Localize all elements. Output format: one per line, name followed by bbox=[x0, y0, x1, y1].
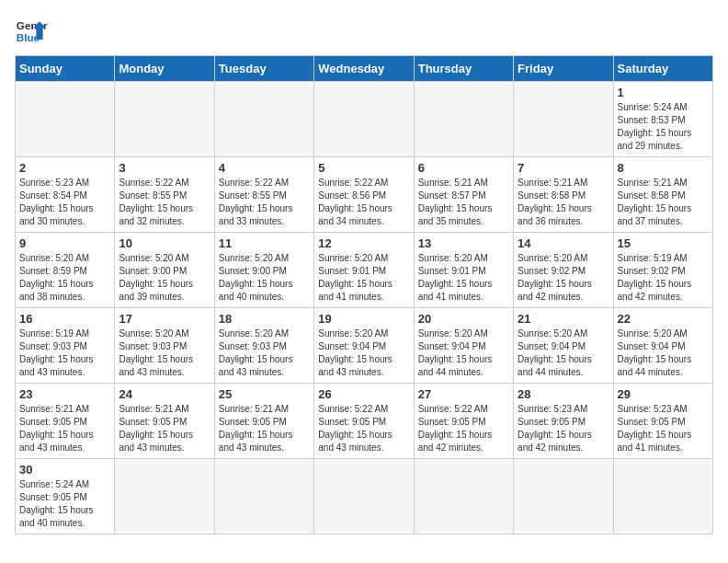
calendar-cell bbox=[314, 82, 414, 157]
day-number: 6 bbox=[418, 161, 509, 175]
day-number: 19 bbox=[318, 312, 409, 326]
calendar-cell bbox=[414, 459, 513, 534]
calendar-week-row: 2Sunrise: 5:23 AMSunset: 8:54 PMDaylight… bbox=[16, 157, 713, 233]
day-number: 22 bbox=[618, 312, 709, 326]
day-info: Sunrise: 5:20 AMSunset: 9:04 PMDaylight:… bbox=[318, 327, 409, 379]
calendar-cell: 1Sunrise: 5:24 AMSunset: 8:53 PMDaylight… bbox=[613, 82, 712, 157]
day-info: Sunrise: 5:23 AMSunset: 8:54 PMDaylight:… bbox=[19, 177, 110, 228]
weekday-header-friday: Friday bbox=[514, 56, 613, 82]
calendar-cell: 29Sunrise: 5:23 AMSunset: 9:05 PMDayligh… bbox=[613, 384, 712, 459]
day-info: Sunrise: 5:20 AMSunset: 9:01 PMDaylight:… bbox=[418, 252, 509, 304]
day-info: Sunrise: 5:19 AMSunset: 9:02 PMDaylight:… bbox=[618, 252, 709, 304]
weekday-header-sunday: Sunday bbox=[16, 56, 115, 82]
day-info: Sunrise: 5:22 AMSunset: 8:55 PMDaylight:… bbox=[119, 177, 210, 228]
calendar-cell bbox=[514, 82, 613, 157]
calendar-cell: 5Sunrise: 5:22 AMSunset: 8:56 PMDaylight… bbox=[314, 157, 414, 233]
day-number: 7 bbox=[518, 161, 609, 175]
calendar-cell bbox=[214, 82, 313, 157]
calendar-cell: 17Sunrise: 5:20 AMSunset: 9:03 PMDayligh… bbox=[115, 308, 214, 384]
day-info: Sunrise: 5:21 AMSunset: 9:05 PMDaylight:… bbox=[19, 403, 110, 454]
day-info: Sunrise: 5:19 AMSunset: 9:03 PMDaylight:… bbox=[19, 327, 110, 379]
day-info: Sunrise: 5:21 AMSunset: 9:05 PMDaylight:… bbox=[219, 403, 310, 454]
day-number: 13 bbox=[418, 236, 509, 250]
calendar-week-row: 23Sunrise: 5:21 AMSunset: 9:05 PMDayligh… bbox=[16, 384, 713, 459]
calendar-cell: 13Sunrise: 5:20 AMSunset: 9:01 PMDayligh… bbox=[414, 233, 513, 308]
calendar-week-row: 16Sunrise: 5:19 AMSunset: 9:03 PMDayligh… bbox=[16, 308, 713, 384]
day-number: 18 bbox=[219, 312, 310, 326]
calendar-cell: 16Sunrise: 5:19 AMSunset: 9:03 PMDayligh… bbox=[16, 308, 115, 384]
calendar-cell: 23Sunrise: 5:21 AMSunset: 9:05 PMDayligh… bbox=[16, 384, 115, 459]
day-number: 27 bbox=[418, 387, 509, 401]
day-info: Sunrise: 5:20 AMSunset: 9:03 PMDaylight:… bbox=[219, 327, 310, 379]
calendar-week-row: 9Sunrise: 5:20 AMSunset: 8:59 PMDaylight… bbox=[16, 233, 713, 308]
weekday-header-tuesday: Tuesday bbox=[214, 56, 313, 82]
calendar-cell: 26Sunrise: 5:22 AMSunset: 9:05 PMDayligh… bbox=[314, 384, 414, 459]
day-number: 5 bbox=[318, 161, 409, 175]
day-number: 10 bbox=[119, 236, 210, 250]
weekday-header-monday: Monday bbox=[115, 56, 214, 82]
day-number: 25 bbox=[219, 387, 310, 401]
day-info: Sunrise: 5:21 AMSunset: 9:05 PMDaylight:… bbox=[119, 403, 210, 454]
day-number: 30 bbox=[19, 463, 110, 477]
calendar-cell: 4Sunrise: 5:22 AMSunset: 8:55 PMDaylight… bbox=[214, 157, 313, 233]
day-info: Sunrise: 5:20 AMSunset: 9:00 PMDaylight:… bbox=[219, 252, 310, 304]
day-number: 29 bbox=[618, 387, 709, 401]
calendar-cell: 24Sunrise: 5:21 AMSunset: 9:05 PMDayligh… bbox=[115, 384, 214, 459]
calendar-cell: 9Sunrise: 5:20 AMSunset: 8:59 PMDaylight… bbox=[16, 233, 115, 308]
day-number: 3 bbox=[119, 161, 210, 175]
calendar-cell: 3Sunrise: 5:22 AMSunset: 8:55 PMDaylight… bbox=[115, 157, 214, 233]
calendar-cell: 2Sunrise: 5:23 AMSunset: 8:54 PMDaylight… bbox=[16, 157, 115, 233]
day-info: Sunrise: 5:22 AMSunset: 9:05 PMDaylight:… bbox=[318, 403, 409, 454]
day-number: 1 bbox=[618, 86, 709, 99]
day-number: 28 bbox=[518, 387, 609, 401]
day-number: 4 bbox=[219, 161, 310, 175]
day-number: 9 bbox=[19, 236, 110, 250]
day-number: 20 bbox=[418, 312, 509, 326]
calendar-cell: 14Sunrise: 5:20 AMSunset: 9:02 PMDayligh… bbox=[514, 233, 613, 308]
day-info: Sunrise: 5:20 AMSunset: 9:03 PMDaylight:… bbox=[119, 327, 210, 379]
day-info: Sunrise: 5:24 AMSunset: 9:05 PMDaylight:… bbox=[19, 478, 110, 530]
day-info: Sunrise: 5:21 AMSunset: 8:58 PMDaylight:… bbox=[618, 177, 709, 228]
calendar-cell: 11Sunrise: 5:20 AMSunset: 9:00 PMDayligh… bbox=[214, 233, 313, 308]
day-info: Sunrise: 5:22 AMSunset: 8:55 PMDaylight:… bbox=[219, 177, 310, 228]
weekday-header-row: SundayMondayTuesdayWednesdayThursdayFrid… bbox=[16, 56, 713, 82]
day-number: 24 bbox=[119, 387, 210, 401]
calendar-cell bbox=[414, 82, 513, 157]
day-info: Sunrise: 5:23 AMSunset: 9:05 PMDaylight:… bbox=[618, 403, 709, 454]
day-info: Sunrise: 5:20 AMSunset: 9:02 PMDaylight:… bbox=[518, 252, 609, 304]
day-info: Sunrise: 5:22 AMSunset: 9:05 PMDaylight:… bbox=[418, 403, 509, 454]
day-info: Sunrise: 5:20 AMSunset: 8:59 PMDaylight:… bbox=[19, 252, 110, 304]
page-header: General Blue bbox=[15, 15, 713, 48]
calendar-cell: 19Sunrise: 5:20 AMSunset: 9:04 PMDayligh… bbox=[314, 308, 414, 384]
calendar-cell: 8Sunrise: 5:21 AMSunset: 8:58 PMDaylight… bbox=[613, 157, 712, 233]
day-info: Sunrise: 5:21 AMSunset: 8:58 PMDaylight:… bbox=[518, 177, 609, 228]
calendar-cell bbox=[115, 459, 214, 534]
calendar-cell: 10Sunrise: 5:20 AMSunset: 9:00 PMDayligh… bbox=[115, 233, 214, 308]
calendar-cell: 30Sunrise: 5:24 AMSunset: 9:05 PMDayligh… bbox=[16, 459, 115, 534]
day-info: Sunrise: 5:20 AMSunset: 9:01 PMDaylight:… bbox=[318, 252, 409, 304]
day-number: 8 bbox=[618, 161, 709, 175]
day-number: 21 bbox=[518, 312, 609, 326]
day-info: Sunrise: 5:20 AMSunset: 9:04 PMDaylight:… bbox=[518, 327, 609, 379]
day-number: 16 bbox=[19, 312, 110, 326]
day-number: 2 bbox=[19, 161, 110, 175]
day-number: 11 bbox=[219, 236, 310, 250]
calendar-cell: 22Sunrise: 5:20 AMSunset: 9:04 PMDayligh… bbox=[613, 308, 712, 384]
calendar-cell: 27Sunrise: 5:22 AMSunset: 9:05 PMDayligh… bbox=[414, 384, 513, 459]
day-number: 26 bbox=[318, 387, 409, 401]
day-info: Sunrise: 5:24 AMSunset: 8:53 PMDaylight:… bbox=[618, 101, 709, 153]
day-number: 14 bbox=[518, 236, 609, 250]
calendar-cell bbox=[514, 459, 613, 534]
calendar-week-row: 1Sunrise: 5:24 AMSunset: 8:53 PMDaylight… bbox=[16, 82, 713, 157]
calendar-cell: 7Sunrise: 5:21 AMSunset: 8:58 PMDaylight… bbox=[514, 157, 613, 233]
calendar-table: SundayMondayTuesdayWednesdayThursdayFrid… bbox=[15, 55, 713, 534]
calendar-cell bbox=[314, 459, 414, 534]
weekday-header-saturday: Saturday bbox=[613, 56, 712, 82]
day-info: Sunrise: 5:21 AMSunset: 8:57 PMDaylight:… bbox=[418, 177, 509, 228]
calendar-cell: 21Sunrise: 5:20 AMSunset: 9:04 PMDayligh… bbox=[514, 308, 613, 384]
day-number: 15 bbox=[618, 236, 709, 250]
calendar-cell: 28Sunrise: 5:23 AMSunset: 9:05 PMDayligh… bbox=[514, 384, 613, 459]
calendar-cell bbox=[115, 82, 214, 157]
day-info: Sunrise: 5:20 AMSunset: 9:00 PMDaylight:… bbox=[119, 252, 210, 304]
logo-icon: General Blue bbox=[15, 15, 48, 48]
